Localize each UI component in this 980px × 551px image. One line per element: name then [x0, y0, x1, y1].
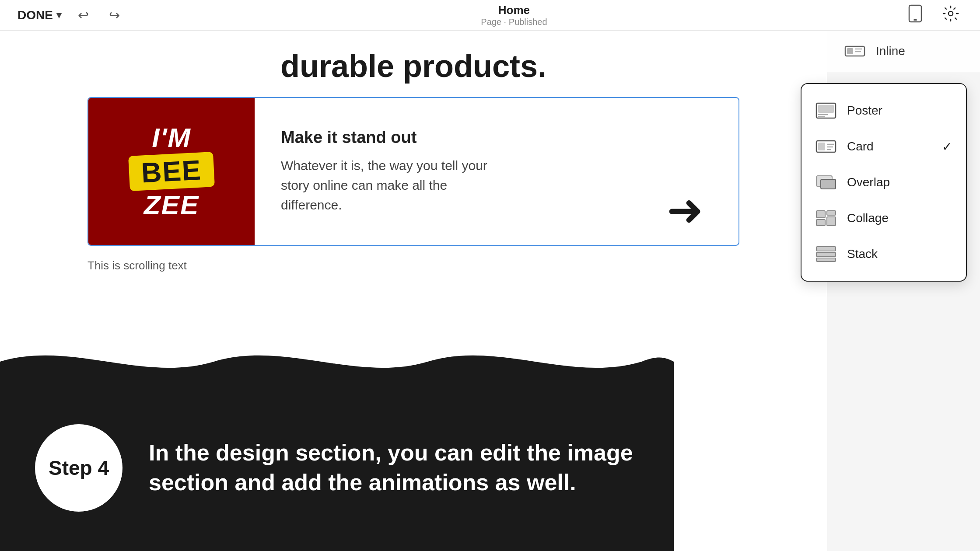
redo-button[interactable]: ↪ [105, 4, 123, 26]
dropdown-item-poster[interactable]: Poster [802, 93, 966, 129]
bee-zee-graphic: I'M BEE ZEE [97, 106, 246, 237]
svg-rect-19 [827, 211, 836, 215]
step-description: In the design section, you can edit the … [149, 438, 639, 497]
mobile-preview-button[interactable] [905, 1, 926, 29]
bee-badge: BEE [128, 152, 215, 191]
done-button[interactable]: DONE ▾ [18, 8, 61, 22]
topbar-right [905, 1, 962, 29]
inline-layout-icon [844, 43, 865, 59]
media-body: Whatever it is, the way you tell your st… [281, 156, 508, 215]
topbar-left: DONE ▾ ↩ ↪ [18, 4, 123, 26]
bee-text: BEE [141, 156, 203, 187]
step-content: Step 4 In the design section, you can ed… [0, 385, 674, 551]
dropdown-item-stack[interactable]: Stack [802, 236, 966, 272]
topbar-center: Home Page · Published [481, 3, 547, 27]
inline-panel-item[interactable]: Inline [827, 31, 980, 72]
svg-point-2 [948, 11, 953, 16]
overlap-icon [816, 174, 836, 191]
page-canvas: durable products. I'M BEE ZEE Make it st… [0, 31, 827, 551]
page-heading: durable products. [0, 31, 827, 97]
svg-rect-24 [816, 258, 836, 262]
selected-check-icon: ✓ [942, 139, 952, 154]
arrow-right-icon: ➜ [667, 188, 704, 232]
svg-rect-18 [816, 211, 825, 218]
stack-icon [816, 246, 836, 262]
svg-rect-4 [847, 48, 853, 54]
topbar: DONE ▾ ↩ ↪ Home Page · Published [0, 0, 980, 31]
svg-rect-12 [818, 143, 825, 150]
svg-rect-21 [827, 217, 836, 226]
settings-icon [942, 5, 959, 22]
overlap-icon-svg [816, 174, 836, 191]
page-title: Home [481, 3, 547, 17]
undo-icon: ↩ [78, 8, 89, 22]
media-image-side: I'M BEE ZEE [88, 98, 255, 245]
svg-rect-22 [816, 247, 836, 251]
layout-dropdown-menu: Poster Card ✓ [801, 83, 967, 282]
svg-rect-20 [816, 220, 825, 226]
collage-icon-svg [816, 210, 836, 227]
stack-label: Stack [847, 247, 952, 261]
collage-icon [816, 210, 836, 227]
svg-rect-23 [816, 252, 836, 257]
media-block[interactable]: I'M BEE ZEE Make it stand out Whatever i… [88, 97, 739, 246]
media-headline: Make it stand out [281, 128, 712, 147]
media-text-side: Make it stand out Whatever it is, the wa… [255, 98, 738, 245]
mobile-icon [908, 4, 922, 23]
main-content: durable products. I'M BEE ZEE Make it st… [0, 31, 980, 551]
step-circle: Step 4 [35, 424, 122, 512]
poster-icon [816, 102, 836, 119]
undo-button[interactable]: ↩ [74, 4, 92, 26]
scrolling-text: This is scrolling text [88, 259, 827, 272]
zee-text: ZEE [144, 192, 200, 219]
svg-rect-1 [914, 19, 917, 21]
inline-icon-svg [844, 43, 865, 59]
wave-divider [0, 341, 674, 383]
overlap-label: Overlap [847, 175, 952, 189]
step-label: Step 4 [49, 456, 109, 480]
poster-label: Poster [847, 104, 952, 118]
bottom-section: Step 4 In the design section, you can ed… [0, 341, 674, 551]
settings-button[interactable] [939, 2, 962, 28]
page-subtitle: Page · Published [481, 17, 547, 27]
chevron-down-icon: ▾ [56, 10, 61, 21]
card-icon [816, 138, 836, 155]
inline-item-label: Inline [876, 44, 905, 58]
stack-icon-svg [816, 246, 836, 262]
done-label: DONE [18, 8, 53, 22]
card-label: Card [847, 139, 931, 153]
collage-label: Collage [847, 211, 952, 225]
dropdown-item-overlap[interactable]: Overlap [802, 164, 966, 200]
im-text: I'M [152, 124, 191, 151]
dropdown-item-card[interactable]: Card ✓ [802, 129, 966, 164]
svg-rect-8 [818, 105, 834, 113]
svg-rect-17 [821, 179, 836, 189]
poster-icon-svg [816, 102, 836, 119]
dropdown-item-collage[interactable]: Collage [802, 200, 966, 236]
redo-icon: ↪ [109, 8, 120, 22]
card-icon-svg [816, 138, 836, 155]
